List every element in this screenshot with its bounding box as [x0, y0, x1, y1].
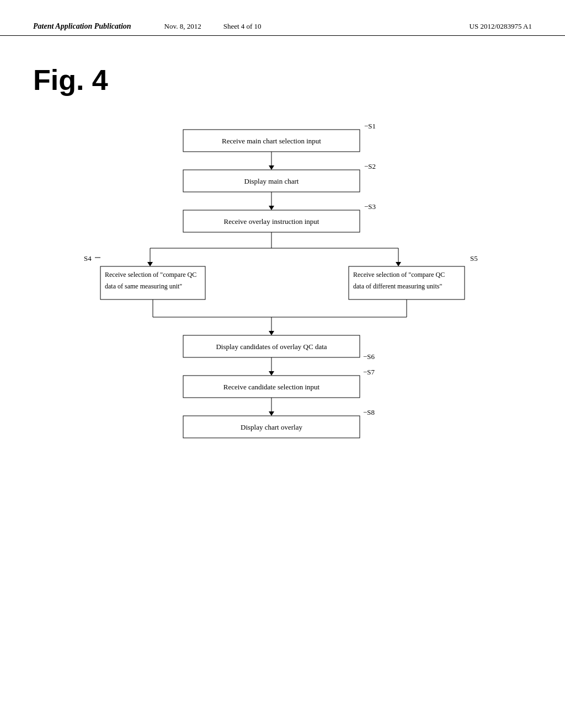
svg-marker-10	[269, 206, 274, 210]
svg-marker-39	[269, 371, 274, 376]
flowchart: Receive main chart selection input −S1 D…	[0, 97, 565, 593]
svg-text:Receive selection of  "compare: Receive selection of "compare QC	[353, 271, 445, 279]
header: Patent Application Publication Nov. 8, 2…	[0, 0, 565, 36]
figure-title: Fig. 4	[0, 36, 565, 97]
svg-text:−S6: −S6	[363, 352, 375, 361]
svg-text:Display candidates of overlay : Display candidates of overlay QC data	[216, 342, 327, 351]
svg-marker-17	[147, 262, 153, 266]
svg-marker-34	[269, 331, 274, 335]
patent-number: US 2012/0283975 A1	[284, 22, 532, 31]
svg-text:Display main chart: Display main chart	[244, 177, 299, 185]
sheet-label: Sheet 4 of 10	[223, 22, 262, 31]
svg-marker-5	[269, 165, 274, 170]
svg-text:S5: S5	[470, 254, 478, 263]
flowchart-svg: Receive main chart selection input −S1 D…	[73, 119, 492, 571]
page: Patent Application Publication Nov. 8, 2…	[0, 0, 565, 728]
svg-text:Receive candidate selection in: Receive candidate selection input	[223, 383, 320, 391]
svg-text:−S8: −S8	[363, 408, 375, 416]
publication-label: Patent Application Publication	[33, 22, 131, 31]
svg-text:Display chart overlay: Display chart overlay	[241, 423, 302, 431]
svg-text:−S2: −S2	[364, 162, 376, 170]
svg-text:−S3: −S3	[364, 202, 376, 211]
svg-text:Receive   selection of "compar: Receive selection of "compare QC	[105, 271, 196, 279]
svg-text:data of same measuring unit": data of same measuring unit"	[105, 282, 182, 290]
svg-text:−S7: −S7	[363, 368, 375, 376]
svg-text:S4: S4	[84, 254, 92, 263]
svg-text:Receive main chart selection i: Receive main chart selection input	[222, 137, 321, 145]
svg-text:Receive overlay instruction in: Receive overlay instruction input	[224, 217, 319, 226]
svg-marker-19	[396, 262, 401, 266]
date-label: Nov. 8, 2012	[164, 22, 201, 31]
svg-marker-44	[269, 411, 274, 416]
svg-text:−S1: −S1	[364, 122, 376, 130]
svg-text:data of different measuring un: data of different measuring units"	[353, 282, 442, 290]
